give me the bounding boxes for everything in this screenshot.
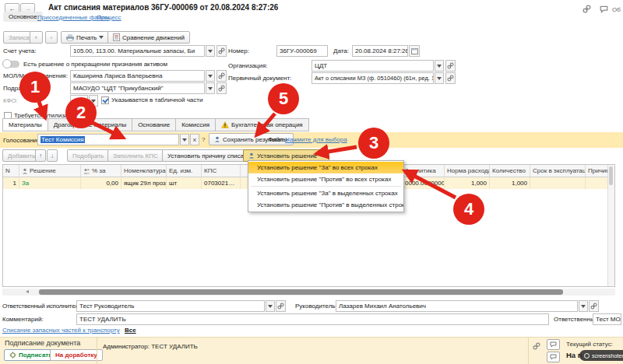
voting-clear-button[interactable]: × <box>190 134 199 145</box>
menu-item-for-selected[interactable]: Установить решение "За" в выделенных стр… <box>248 187 403 199</box>
col-n[interactable]: N <box>3 165 19 177</box>
print-button[interactable]: Печать <box>61 31 109 44</box>
movements-icon <box>51 33 52 42</box>
voting-help[interactable]: ? <box>202 136 205 143</box>
account-field[interactable]: 105.00, 113.00. Материальные запасы, Би <box>70 45 205 57</box>
overflow-menu-label[interactable]: Об <box>612 6 621 13</box>
col-decision[interactable]: Решение <box>19 165 81 177</box>
compare-movements-button[interactable]: Сравнение движений <box>107 31 190 44</box>
spare-parts-link[interactable]: Списание запасных частей к транспорту <box>2 327 120 334</box>
account-open-link-button[interactable] <box>216 45 227 57</box>
post-document-button[interactable] <box>30 31 43 44</box>
add-row-label: Добавить <box>8 152 35 159</box>
cell-percent[interactable]: 0,00 <box>81 177 121 189</box>
col-analytics[interactable]: Аналитика <box>403 165 445 177</box>
department-dropdown-button[interactable] <box>206 82 215 94</box>
primary-doc-dropdown-button[interactable] <box>435 72 444 84</box>
cell-n[interactable]: 1 <box>3 177 19 189</box>
status-link-icon[interactable] <box>533 342 540 352</box>
col-rate[interactable]: Норма расхода <box>445 165 490 177</box>
primary-doc-field[interactable]: Акт о списании МЗ (ф. 0510460) (61н, ред… <box>312 72 434 84</box>
tab-accounting-operation[interactable]: Бухгалтерская операция <box>216 118 309 131</box>
scroll-left-icon <box>26 290 29 293</box>
move-down-button[interactable]: ↓ <box>47 149 58 162</box>
col-nomenclature[interactable]: Номенклатура <box>121 165 167 177</box>
cell-reason[interactable] <box>586 177 610 189</box>
voting-field[interactable]: Тест Комиссия <box>37 134 179 145</box>
cell-qty[interactable]: 1,000 <box>490 177 530 189</box>
executor-label: Ответственный исполнитель: <box>2 303 83 310</box>
clear-icon: × <box>192 136 196 144</box>
menu-item-against-all[interactable]: Установить решение "Против" во всех стро… <box>248 173 403 185</box>
department-open-link-button[interactable] <box>216 82 227 94</box>
calendar-icon <box>411 47 418 54</box>
organization-open-link-button[interactable] <box>445 60 456 72</box>
menu-item-for-all[interactable]: Установить решение "За" во всех строках <box>248 162 403 173</box>
fill-kps-button[interactable]: Заполнить КПС <box>107 149 164 162</box>
horizontal-scroll-thumb[interactable] <box>39 289 563 295</box>
mol-field[interactable]: Каширина Лариса Валерьевна <box>70 70 205 82</box>
cell-unit[interactable]: шт <box>167 177 202 189</box>
file-choose-link[interactable]: Нажмите для выбора <box>285 136 347 143</box>
table-horizontal-scrollbar[interactable] <box>2 289 615 296</box>
arrow-down-icon: ↓ <box>51 152 54 159</box>
derecognition-toggle[interactable] <box>4 61 19 68</box>
derecognition-toggle-label: Есть решение о прекращении признания акт… <box>23 61 167 68</box>
rework-button[interactable]: На доработку <box>50 349 103 361</box>
col-kps[interactable]: КПС <box>202 165 241 177</box>
person-icon <box>214 136 220 142</box>
tab-commission[interactable]: Комиссия <box>176 118 216 131</box>
watermark-text: screenshoter <box>592 353 623 359</box>
mol-open-link-button[interactable] <box>216 70 227 82</box>
head-dropdown-button[interactable] <box>579 300 588 312</box>
document-window: ← → Акт списания материалов 36ГУ-000069 … <box>0 0 623 364</box>
set-decision-caret-icon <box>319 154 324 157</box>
cell-nomenclature[interactable]: ящик 29л прозр.16*36… <box>121 177 167 189</box>
status-comment-button-2[interactable] <box>547 352 560 362</box>
menu-item-against-selected[interactable]: Установить решение "Против" в выделенных… <box>248 199 403 211</box>
department-field[interactable]: МАОУДО "ЦДТ "Прикубанский" <box>70 82 205 94</box>
date-field[interactable]: 20.08.2024 8:27:26 <box>352 45 408 57</box>
organization-dropdown-button[interactable] <box>435 60 444 72</box>
mol-dropdown-button[interactable] <box>206 70 215 82</box>
col-qty[interactable]: Количество <box>490 165 530 177</box>
date-calendar-button[interactable] <box>409 45 420 57</box>
number-label: Номер: <box>228 47 249 54</box>
executor-open-link-button[interactable] <box>276 300 286 312</box>
copy-link-icon[interactable] <box>583 5 591 15</box>
executor-dropdown-button[interactable] <box>266 300 275 312</box>
col-term[interactable]: Срок в эксплуатации <box>530 165 586 177</box>
head-open-link-button[interactable] <box>589 300 599 312</box>
primary-doc-open-link-button[interactable] <box>445 72 456 84</box>
kfo-in-rows-checkbox[interactable] <box>101 96 109 104</box>
comment-field[interactable]: ТЕСТ УДАЛИТЬ <box>76 313 549 325</box>
account-dropdown-button[interactable] <box>206 45 215 57</box>
pick-button[interactable]: Подобрать <box>67 149 109 162</box>
voting-dropdown-button[interactable] <box>180 134 189 145</box>
col-reason[interactable]: Причина с <box>586 165 610 177</box>
tab-materials[interactable]: Материалы <box>2 118 48 131</box>
all-link[interactable]: Все <box>125 327 136 334</box>
movements-button[interactable] <box>45 31 58 44</box>
cell-analytics[interactable]: 0000.000000000… <box>403 177 445 189</box>
status-comment-button[interactable] <box>547 339 560 350</box>
annotation-circle-2: 2 <box>65 97 97 128</box>
tab-basis[interactable]: Основание <box>132 118 176 131</box>
move-up-button[interactable]: ↑ <box>35 149 46 162</box>
cell-rate[interactable]: 1,000 <box>445 177 490 189</box>
col-unit[interactable]: Ед. изм. <box>167 165 202 177</box>
signing-title: Подписание документа <box>5 339 80 347</box>
nav-tab-process[interactable]: Процесс <box>97 14 121 21</box>
col-percent[interactable]: % за <box>81 165 121 177</box>
cell-kps[interactable]: 0703021… <box>202 177 241 189</box>
organization-field[interactable]: ЦДТ <box>312 60 434 72</box>
table-vertical-scrollbar[interactable] <box>607 165 614 286</box>
responsible-field[interactable]: Тест МОЛ <box>593 313 621 325</box>
cell-decision[interactable]: За <box>19 177 81 189</box>
number-field[interactable]: 36ГУ-000069 <box>276 45 328 57</box>
head-field[interactable]: Лазарев Михаил Анатольевич <box>336 300 578 312</box>
executor-field[interactable]: Тест Руководитель <box>76 300 265 312</box>
panel-divider <box>528 337 529 364</box>
cell-term[interactable] <box>530 177 586 189</box>
discussions-icon[interactable] <box>600 5 608 15</box>
